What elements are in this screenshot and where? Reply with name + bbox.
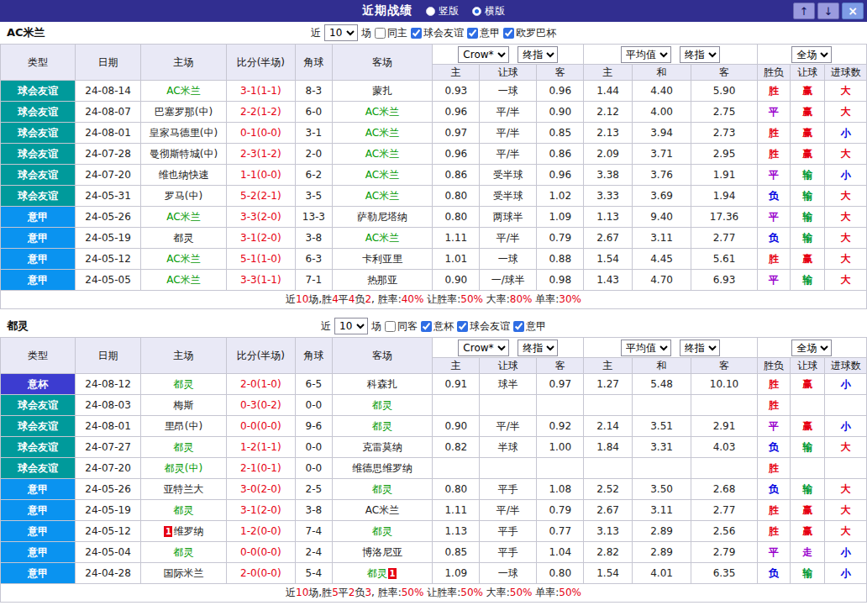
odds-home: 0.90 <box>433 416 480 437</box>
avg-away <box>691 395 758 416</box>
odds-stage-select[interactable]: 终指 <box>518 46 558 63</box>
corner-count: 8-3 <box>296 81 332 102</box>
home-team: 罗马(中) <box>141 186 226 207</box>
team-label: 维也纳快速 <box>158 169 208 181</box>
scroll-down-button[interactable]: ↓ <box>817 3 839 19</box>
match-date: 24-08-03 <box>75 395 141 416</box>
filter-checkbox[interactable] <box>411 28 422 39</box>
filter-checkbox[interactable] <box>503 28 514 39</box>
odds-away: 0.86 <box>537 144 584 165</box>
matches-table: 类型 日期 主场 比分(半场) 角球 客场 Crow* 终指 平均值 终指 <box>0 44 867 309</box>
match-row: 意甲24-05-19都灵3-1(2-0)3-8AC米兰1.11平/半0.792.… <box>1 228 867 249</box>
handicap-result: 赢 <box>791 102 825 123</box>
close-button[interactable]: × <box>842 3 864 19</box>
avg-home: 1.44 <box>584 81 633 102</box>
avg-away: 2.56 <box>691 521 758 542</box>
handicap-result: 输 <box>791 479 825 500</box>
avg-draw: 4.00 <box>632 102 691 123</box>
avg-away: 6.93 <box>691 270 758 291</box>
match-count-select[interactable]: 10 <box>324 24 358 41</box>
odds-away <box>537 458 584 479</box>
odds-handicap: 半球 <box>480 437 537 458</box>
match-date: 24-08-01 <box>75 416 141 437</box>
odds-stage-select[interactable]: 终指 <box>518 340 558 356</box>
match-count-select[interactable]: 10 <box>334 318 368 334</box>
league-badge: 球会友谊 <box>1 81 76 102</box>
layout-radio-vertical[interactable]: 竖版 <box>426 4 459 18</box>
match-score: 5-1(1-0) <box>226 249 296 270</box>
avg-home: 1.43 <box>584 270 633 291</box>
layout-radio-horizontal[interactable]: 横版 <box>472 4 505 18</box>
scroll-up-button[interactable]: ↑ <box>793 3 815 19</box>
average-stage-select[interactable]: 终指 <box>680 46 720 63</box>
summary-row: 近10场,胜5平2负3, 胜率:50% 让胜率:50% 大率:50% 单率:50… <box>1 584 867 603</box>
filter-option[interactable]: 球会友谊 <box>411 26 464 40</box>
filter-checkbox[interactable] <box>467 28 478 39</box>
bookmaker-select[interactable]: Crow* <box>458 340 509 356</box>
match-score: 2-3(1-2) <box>226 144 296 165</box>
summary-segment: 单率: <box>532 293 559 305</box>
average-stage-select[interactable]: 终指 <box>680 340 720 356</box>
col-type: 类型 <box>1 45 76 81</box>
filter-option[interactable]: 同主 <box>375 26 407 40</box>
home-team: AC米兰 <box>141 207 226 228</box>
games-label: 场 <box>361 26 371 40</box>
team-label: 卡利亚里 <box>362 253 402 265</box>
corner-count: 2-0 <box>296 144 332 165</box>
handicap-result <box>791 395 825 416</box>
filter-option[interactable]: 球会友谊 <box>457 319 510 334</box>
filter-checkbox[interactable] <box>385 321 396 332</box>
corner-count: 6-5 <box>296 374 332 395</box>
avg-away <box>691 458 758 479</box>
match-row: 意甲24-04-28国际米兰2-0(0-0)5-4都灵11.09一球0.801.… <box>1 563 867 584</box>
red-card-icon: 1 <box>388 568 397 579</box>
match-filters: 近 10 场 同客 意杯 球会友谊 意甲 <box>321 318 546 334</box>
away-team: AC米兰 <box>332 228 433 249</box>
team-label: 曼彻斯特城(中) <box>150 148 218 160</box>
filter-checkbox[interactable] <box>457 321 468 332</box>
filter-option[interactable]: 意杯 <box>421 319 454 334</box>
match-row: 球会友谊24-08-07巴塞罗那(中)2-2(1-2)6-0AC米兰0.96平/… <box>1 102 867 123</box>
match-result: 负 <box>757 437 790 458</box>
odds-away: 1.08 <box>537 479 584 500</box>
filter-option[interactable]: 同客 <box>385 319 418 334</box>
average-select[interactable]: 平均值 <box>621 340 671 356</box>
filter-option[interactable]: 欧罗巴杯 <box>503 26 556 40</box>
team-label: 罗马(中) <box>165 190 202 202</box>
match-result: 胜 <box>757 249 790 270</box>
match-date: 24-05-19 <box>75 228 141 249</box>
odds-home: 0.90 <box>433 270 480 291</box>
scope-select[interactable]: 全场 <box>791 46 832 63</box>
team-label: 都灵 <box>173 378 193 390</box>
arrow-down-icon: ↓ <box>824 5 833 18</box>
team-label: 都灵 <box>372 399 392 411</box>
away-team: 克雷莫纳 <box>332 437 433 458</box>
average-select[interactable]: 平均值 <box>621 46 671 63</box>
filter-option[interactable]: 意甲 <box>513 319 546 334</box>
filter-option[interactable]: 意甲 <box>467 26 500 40</box>
team-label: 梅斯 <box>173 399 193 411</box>
match-result: 负 <box>757 563 790 584</box>
match-result: 胜 <box>757 144 790 165</box>
filter-label: 意甲 <box>526 319 546 334</box>
col-type: 类型 <box>1 338 76 374</box>
odds-away: 1.00 <box>537 437 584 458</box>
avg-home: 2.82 <box>584 542 633 563</box>
col-odds-away: 客 <box>537 358 584 374</box>
filter-label: 欧罗巴杯 <box>516 26 556 40</box>
summary-segment: , 胜率: <box>371 293 402 305</box>
filter-checkbox[interactable] <box>421 321 432 332</box>
scope-select[interactable]: 全场 <box>791 340 832 356</box>
col-avg-away: 客 <box>691 358 758 374</box>
page-title: 近期战绩 <box>362 3 412 18</box>
team-label: AC米兰 <box>365 127 399 139</box>
filter-checkbox[interactable] <box>375 28 386 39</box>
team-label: 热那亚 <box>367 274 397 286</box>
corner-count: 0-0 <box>296 458 332 479</box>
bookmaker-select[interactable]: Crow* <box>458 46 509 63</box>
filter-checkbox[interactable] <box>513 321 524 332</box>
match-score: 2-0(0-0) <box>226 563 296 584</box>
corner-count: 3-8 <box>296 228 332 249</box>
home-team: AC米兰 <box>141 81 226 102</box>
col-odds-away: 客 <box>537 65 584 81</box>
